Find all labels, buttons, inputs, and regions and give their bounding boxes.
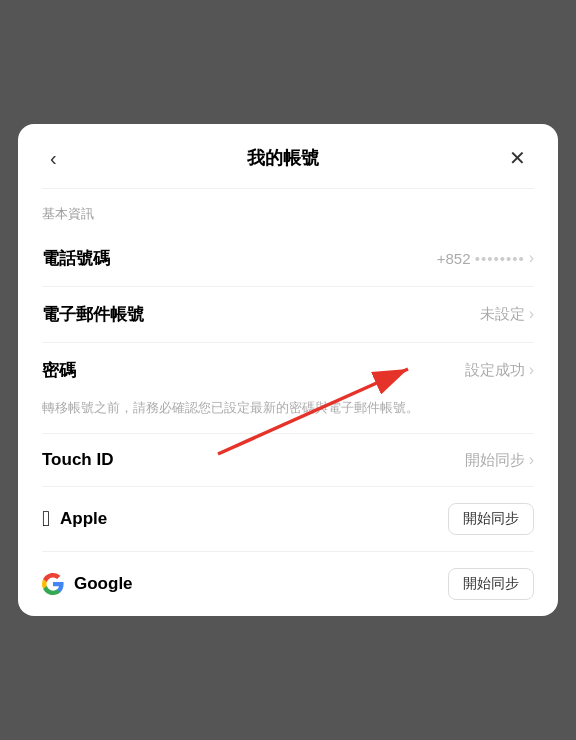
phone-number: +852 •••••••• — [437, 250, 525, 267]
close-button[interactable]: ✕ — [501, 144, 534, 172]
google-icon — [42, 573, 64, 595]
email-row[interactable]: 電子郵件帳號 未設定 › — [18, 287, 558, 342]
modal-header: ‹ 我的帳號 ✕ — [18, 124, 558, 188]
email-value: 未設定 › — [480, 305, 534, 324]
touch-id-chevron-icon: › — [529, 451, 534, 469]
email-chevron-icon: › — [529, 305, 534, 323]
basic-info-section-label: 基本資訊 — [18, 189, 558, 231]
apple-label:  Apple — [42, 508, 107, 530]
phone-label: 電話號碼 — [42, 247, 110, 270]
account-note: 轉移帳號之前，請務必確認您已設定最新的密碼與電子郵件帳號。 — [18, 398, 558, 434]
touch-id-value: 開始同步 › — [465, 451, 534, 470]
touch-id-label: Touch ID — [42, 450, 113, 470]
google-row[interactable]: Google 開始同步 — [18, 552, 558, 616]
google-label: Google — [42, 573, 133, 595]
password-label: 密碼 — [42, 359, 76, 382]
back-button[interactable]: ‹ — [42, 144, 65, 172]
phone-value: +852 •••••••• › — [437, 249, 534, 267]
account-modal: ‹ 我的帳號 ✕ 基本資訊 電話號碼 +852 •••••••• › 電子郵件帳… — [18, 124, 558, 617]
apple-icon:  — [42, 508, 50, 530]
modal-title: 我的帳號 — [65, 146, 501, 170]
touch-id-row[interactable]: Touch ID 開始同步 › — [18, 434, 558, 486]
apple-sync-button[interactable]: 開始同步 — [448, 503, 534, 535]
email-label: 電子郵件帳號 — [42, 303, 144, 326]
apple-row[interactable]:  Apple 開始同步 — [18, 487, 558, 551]
password-row[interactable]: 密碼 設定成功 › — [18, 343, 558, 398]
google-sync-button[interactable]: 開始同步 — [448, 568, 534, 600]
phone-chevron-icon: › — [529, 249, 534, 267]
password-chevron-icon: › — [529, 361, 534, 379]
phone-row[interactable]: 電話號碼 +852 •••••••• › — [18, 231, 558, 286]
password-value: 設定成功 › — [465, 361, 534, 380]
